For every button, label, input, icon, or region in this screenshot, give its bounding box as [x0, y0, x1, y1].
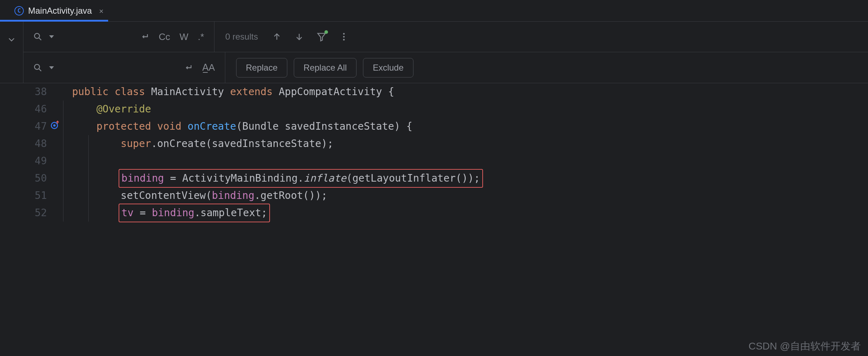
code-line: super.onCreate(savedInstanceState);	[72, 135, 483, 152]
find-input-box[interactable]: Cc W .*	[23, 22, 214, 52]
filter-icon[interactable]	[314, 30, 329, 44]
line-number: 49	[0, 152, 47, 170]
newline-icon[interactable]	[181, 61, 196, 75]
more-options-icon[interactable]	[337, 30, 351, 44]
svg-marker-11	[49, 66, 54, 69]
regex-toggle[interactable]: .*	[195, 31, 207, 43]
preserve-case-toggle[interactable]: A̲A	[199, 62, 218, 73]
find-row: Cc W .* 0 results	[23, 22, 868, 52]
svg-line-10	[39, 69, 41, 71]
results-area: 0 results	[214, 30, 362, 44]
line-number: 46	[0, 101, 47, 118]
history-dropdown-icon[interactable]	[49, 30, 54, 44]
results-count: 0 results	[225, 32, 258, 42]
file-tab[interactable]: C MainActivity.java ✕	[7, 0, 114, 21]
replace-all-button[interactable]: Replace All	[294, 58, 356, 77]
code-line: tv = binding.sampleText;	[72, 204, 483, 222]
svg-marker-2	[49, 35, 54, 38]
override-gutter-icon[interactable]	[50, 118, 59, 135]
svg-point-6	[343, 33, 345, 35]
code-line: public class MainActivity extends AppCom…	[72, 83, 483, 101]
newline-icon[interactable]	[138, 30, 152, 44]
whole-word-toggle[interactable]: W	[177, 31, 191, 43]
replace-input-box[interactable]: A̲A	[23, 52, 225, 83]
indent-guide	[63, 101, 63, 222]
search-icon	[31, 61, 45, 75]
replace-row: A̲A Replace Replace All Exclude	[23, 52, 868, 83]
svg-point-8	[343, 39, 345, 41]
class-file-icon: C	[14, 6, 24, 15]
line-gutter: 38 46 47 48 49 50 51 52	[0, 83, 61, 222]
match-case-toggle[interactable]: Cc	[156, 31, 173, 43]
next-match-icon[interactable]	[292, 30, 306, 44]
code-area[interactable]: public class MainActivity extends AppCom…	[61, 83, 483, 222]
svg-line-1	[39, 38, 41, 40]
code-line: protected void onCreate(Bundle savedInst…	[72, 118, 483, 135]
line-number: 48	[0, 135, 47, 152]
svg-marker-5	[318, 34, 325, 41]
line-number: 51	[0, 187, 47, 204]
watermark: CSDN @自由软件开发者	[748, 339, 861, 353]
line-number: 47	[0, 118, 47, 135]
svg-point-13	[53, 124, 56, 127]
replace-buttons: Replace Replace All Exclude	[225, 58, 413, 77]
collapse-column	[0, 22, 23, 83]
active-tab-indicator	[0, 20, 108, 22]
svg-point-7	[343, 36, 345, 38]
search-icon	[31, 30, 45, 44]
highlight-box: tv = binding.sampleText;	[119, 204, 270, 222]
svg-point-0	[35, 34, 40, 39]
code-editor[interactable]: 38 46 47 48 49 50 51 52 public class Mai…	[0, 83, 868, 222]
indent-guide	[88, 135, 89, 222]
prev-match-icon[interactable]	[270, 30, 284, 44]
line-number: 52	[0, 204, 47, 222]
chevron-down-icon[interactable]	[4, 32, 19, 47]
tab-bar: C MainActivity.java ✕	[0, 0, 868, 22]
code-line: binding = ActivityMainBinding.inflate(ge…	[72, 170, 483, 187]
filter-active-dot	[324, 30, 328, 34]
line-number: 50	[0, 170, 47, 187]
svg-point-9	[35, 64, 40, 69]
close-tab-icon[interactable]: ✕	[96, 6, 106, 15]
exclude-button[interactable]: Exclude	[363, 58, 413, 77]
code-line: @Override	[72, 101, 483, 118]
find-replace-panel: Cc W .* 0 results	[0, 22, 868, 83]
highlight-box: binding = ActivityMainBinding.inflate(ge…	[119, 169, 483, 188]
code-line: setContentView(binding.getRoot());	[72, 187, 483, 204]
line-number-text: 47	[35, 118, 47, 135]
line-number: 38	[0, 83, 47, 101]
tab-filename: MainActivity.java	[28, 6, 92, 16]
code-line	[72, 152, 483, 170]
replace-button[interactable]: Replace	[236, 58, 287, 77]
history-dropdown-icon[interactable]	[49, 61, 54, 75]
